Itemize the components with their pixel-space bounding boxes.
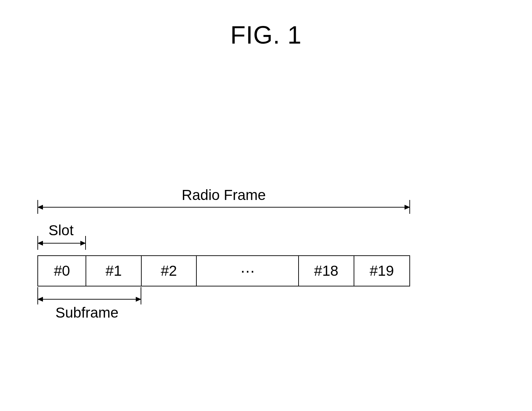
slot-row: #0 #1 #2 ⋯ #18 #19 [37, 255, 410, 286]
subframe-dimension [37, 299, 141, 300]
slot-dimension [37, 243, 86, 244]
radio-frame-dimension [37, 207, 410, 208]
radio-frame-label: Radio Frame [0, 187, 447, 203]
slot-cell-1: #1 [86, 256, 141, 286]
slot-label: Slot [48, 222, 73, 239]
slot-cell-2: #2 [142, 256, 197, 286]
subframe-tick-left [37, 287, 38, 304]
slot-cell-19: #19 [354, 256, 409, 286]
subframe-tick-right [141, 287, 141, 304]
slot-cell-18: #18 [299, 256, 354, 286]
slot-cell-ellipsis: ⋯ [197, 256, 299, 286]
subframe-label: Subframe [55, 304, 118, 321]
figure-title: FIG. 1 [0, 21, 532, 49]
slot-cell-0: #0 [38, 256, 86, 286]
